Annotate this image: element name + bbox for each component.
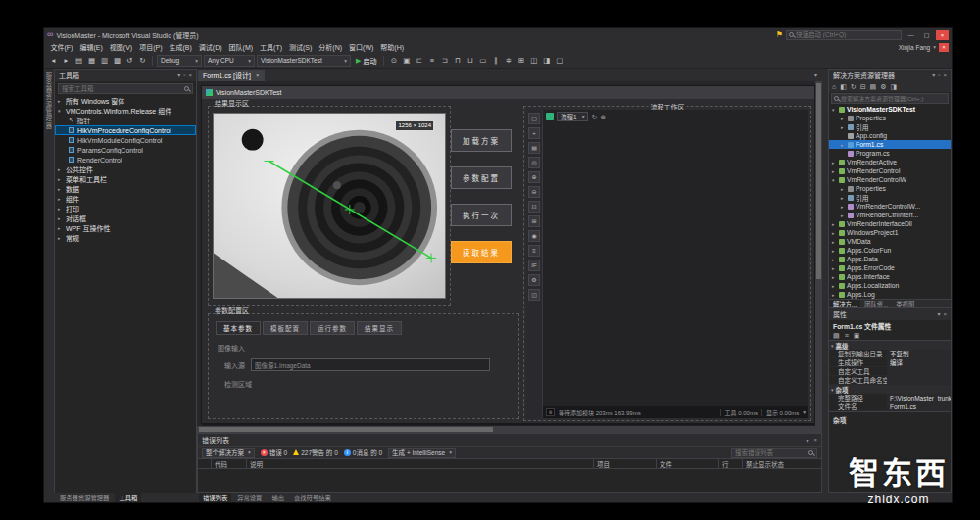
panel-tab-c2[interactable]: 输出 bbox=[268, 493, 288, 502]
form-button-1[interactable]: 参数配置 bbox=[451, 166, 512, 189]
toolbox-group-windows[interactable]: ▸所有 Windows 窗体 bbox=[55, 96, 196, 106]
dock-tab-l1[interactable]: 工具箱 bbox=[115, 493, 141, 502]
flow-canvas[interactable] bbox=[543, 123, 808, 406]
toolbox-group-g10[interactable]: ▸组件 bbox=[55, 194, 196, 204]
menu-item-0[interactable]: 文件(F) bbox=[47, 42, 76, 52]
toolbox-item-paramsconfigcontrol[interactable]: ParamsConfigControl bbox=[55, 145, 196, 155]
properties-object[interactable]: Form1.cs 文件属性 bbox=[829, 320, 951, 331]
menu-item-10[interactable]: 窗口(W) bbox=[346, 42, 377, 52]
toolbox-item-hikvmprocedureconfigcontrol[interactable]: HikVmProcedureConfigControl bbox=[55, 125, 196, 135]
tree-item-properties[interactable]: ▸Properties bbox=[829, 114, 951, 122]
messages-filter[interactable]: i 0消息 的 0 bbox=[344, 448, 382, 457]
properties-gear-icon[interactable]: ⚙ bbox=[880, 83, 886, 90]
open-file-icon[interactable]: ▦ bbox=[86, 55, 97, 66]
error-column-5[interactable]: 禁止显示状态 bbox=[743, 459, 821, 468]
explorer-tab-2[interactable]: 类视图 bbox=[892, 300, 918, 307]
settings-icon[interactable]: ⚙ bbox=[528, 274, 540, 286]
close-icon[interactable]: × bbox=[188, 72, 192, 78]
toolbox-group-g8[interactable]: ▸菜单和工具栏 bbox=[55, 174, 196, 184]
explorer-tab-1[interactable]: 团队资... bbox=[860, 300, 892, 307]
tree-item-app-config[interactable]: App.config bbox=[829, 131, 951, 140]
fit-view-icon[interactable]: ⊡ bbox=[528, 201, 540, 213]
solution-explorer-search-input[interactable] bbox=[841, 96, 946, 102]
tree-item-vmrenderactive[interactable]: ▸VmRenderActive bbox=[829, 158, 951, 166]
add-icon[interactable]: ⊕ bbox=[600, 114, 606, 120]
debug-step-icon[interactable]: ⊙ bbox=[388, 55, 399, 66]
chevron-right-icon[interactable]: ▸ bbox=[841, 116, 846, 121]
preview-icon[interactable]: ◨ bbox=[891, 83, 898, 90]
tree-item-vmrendercontrol[interactable]: ▸VmRenderControl bbox=[829, 166, 951, 175]
param-tab-3[interactable]: 结果显示 bbox=[357, 321, 402, 335]
quick-launch-search[interactable] bbox=[786, 30, 902, 40]
toolbox-header[interactable]: 工具箱 ▾ ▫ × bbox=[55, 70, 196, 81]
toolbox-group-g7[interactable]: ▸公共控件 bbox=[55, 165, 196, 174]
chevron-right-icon[interactable]: ▸ bbox=[841, 195, 846, 201]
solution-explorer-header[interactable]: 解决方案资源管理器 ▾ ▫ × bbox=[829, 70, 951, 81]
refresh-icon[interactable]: ↻ bbox=[591, 114, 597, 120]
warnings-filter[interactable]: 227警告 的 0 bbox=[293, 448, 338, 457]
new-project-icon[interactable]: ▤ bbox=[74, 55, 84, 66]
solution-explorer-search[interactable] bbox=[831, 93, 949, 104]
zoom-in-icon[interactable]: ⊕ bbox=[528, 171, 540, 183]
chevron-down-icon[interactable]: ▾ bbox=[832, 107, 837, 113]
chevron-right-icon[interactable]: ▸ bbox=[832, 265, 837, 271]
tree-item-apps-localization[interactable]: ▸Apps.Localization bbox=[829, 281, 951, 290]
module-list-icon[interactable]: ▤ bbox=[528, 142, 540, 154]
chevron-down-icon[interactable]: ▾ bbox=[932, 72, 935, 78]
chevron-right-icon[interactable]: ▸ bbox=[841, 124, 846, 130]
tree-item-windowsproject1[interactable]: ▸WindowsProject1 bbox=[829, 228, 951, 237]
error-list-search[interactable] bbox=[731, 448, 817, 458]
close-button[interactable]: × bbox=[936, 30, 949, 40]
user-name[interactable]: Xinjia Fang bbox=[899, 44, 931, 51]
chevron-right-icon[interactable]: ▸ bbox=[841, 142, 846, 148]
debug-config-dropdown[interactable]: Debug ▾ bbox=[157, 55, 202, 67]
chevron-right-icon[interactable]: ▸ bbox=[832, 274, 837, 280]
vertical-scrollbar[interactable] bbox=[815, 81, 822, 426]
target-icon[interactable]: ◎ bbox=[528, 157, 540, 168]
scope-dropdown[interactable]: 整个解决方案 ▾ bbox=[202, 448, 255, 458]
tree-item-form1-cs[interactable]: ▸Form1.cs bbox=[829, 140, 951, 149]
menu-item-9[interactable]: 分析(N) bbox=[316, 42, 346, 52]
chevron-right-icon[interactable]: ▸ bbox=[832, 230, 837, 236]
error-list-search-input[interactable] bbox=[735, 449, 807, 456]
explorer-tab-0[interactable]: 解决方... bbox=[829, 300, 860, 307]
menu-item-7[interactable]: 工具(T) bbox=[257, 42, 286, 52]
property-row-2[interactable]: 生成操作编译 bbox=[829, 358, 951, 367]
nav-back-icon[interactable]: ◂ bbox=[48, 55, 59, 66]
build-icon[interactable]: ▣ bbox=[401, 55, 412, 66]
close-icon[interactable]: × bbox=[813, 437, 817, 443]
toolbox-group-g14[interactable]: ▸常规 bbox=[55, 233, 196, 243]
tree-item-n10[interactable]: ▸引用 bbox=[829, 193, 951, 202]
error-column-1[interactable]: 说明 bbox=[247, 459, 594, 468]
error-column-4[interactable]: 行 bbox=[719, 459, 743, 468]
input-source-combo[interactable]: 图像源1.ImageData bbox=[251, 358, 490, 371]
zoom-out-icon[interactable]: ⊖ bbox=[528, 186, 540, 198]
align-left-icon[interactable]: ⊏ bbox=[414, 55, 424, 66]
tree-item-vmrenderctrlinterf[interactable]: ▸VmRenderCtrlInterf... bbox=[829, 211, 951, 219]
move-tool-icon[interactable]: + bbox=[528, 127, 540, 139]
scrollbar-thumb[interactable] bbox=[199, 427, 493, 432]
maximize-button[interactable]: ▢ bbox=[920, 30, 933, 40]
menu-item-5[interactable]: 调试(D) bbox=[195, 42, 225, 52]
property-pages-icon[interactable]: ▣ bbox=[854, 332, 860, 339]
align-top-icon[interactable]: ⊓ bbox=[452, 55, 463, 66]
tree-item-vmrendercontrolw[interactable]: ▾VmRenderControlW bbox=[829, 175, 951, 184]
menu-item-3[interactable]: 项目(P) bbox=[136, 42, 166, 52]
toolbox-search[interactable] bbox=[58, 83, 193, 94]
designer-canvas[interactable]: VisionMasterSDKTest 结果显示区 bbox=[197, 81, 822, 433]
tree-item-apps-errorcode[interactable]: ▸Apps.ErrorCode bbox=[829, 263, 951, 272]
property-row-1[interactable]: 复制到输出目录不复制 bbox=[829, 350, 951, 358]
chevron-right-icon[interactable]: ▸ bbox=[832, 221, 837, 227]
chevron-right-icon[interactable]: ▸ bbox=[832, 239, 837, 245]
close-icon[interactable]: × bbox=[943, 72, 947, 78]
start-debug-button[interactable]: ▶ 启动 bbox=[353, 56, 379, 66]
property-row-3[interactable]: 自定义工具 bbox=[829, 367, 951, 376]
select-tool-icon[interactable]: ▢ bbox=[528, 113, 540, 124]
chevron-down-icon[interactable]: ▾ bbox=[177, 72, 180, 78]
alphabetical-icon[interactable]: ≡ bbox=[845, 332, 849, 339]
param-tab-0[interactable]: 基本参数 bbox=[216, 321, 261, 335]
form-button-0[interactable]: 加载方案 bbox=[451, 129, 512, 152]
flow-selector[interactable]: 流程1 ▾ bbox=[557, 112, 588, 121]
chevron-right-icon[interactable]: ▸ bbox=[832, 168, 837, 174]
designer-form[interactable]: VisionMasterSDKTest 结果显示区 bbox=[201, 85, 815, 424]
